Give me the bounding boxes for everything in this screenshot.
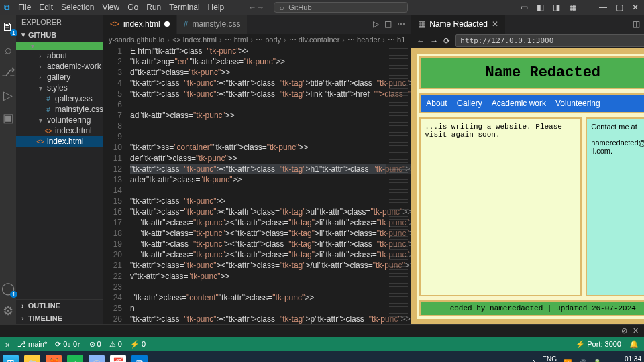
nav-back-icon[interactable]: ←: [248, 3, 256, 12]
tray-chevron-icon[interactable]: ˄: [532, 359, 535, 363]
extensions-icon[interactable]: ▣: [0, 110, 16, 126]
timeline-panel[interactable]: ›TIMELINE: [16, 312, 103, 324]
close-icon[interactable]: ✕: [492, 19, 498, 29]
debug-icon[interactable]: ▷: [0, 87, 16, 103]
tree-item[interactable]: ›academic-work: [16, 61, 103, 72]
remote-icon[interactable]: ⨉: [5, 340, 9, 349]
tree-item[interactable]: <>index.html: [16, 125, 103, 136]
account-icon[interactable]: ◯1: [0, 280, 16, 296]
editor-tab[interactable]: #mainstyle.css: [177, 15, 248, 34]
tree-item[interactable]: ›about: [16, 50, 103, 61]
tray-clock[interactable]: 01:3404/08/2024: [608, 355, 641, 362]
menu-terminal[interactable]: Terminal: [169, 3, 199, 12]
search-text: GitHub: [288, 3, 311, 11]
minimap[interactable]: [386, 46, 411, 324]
editor-tab[interactable]: <>index.html: [103, 15, 177, 34]
scm-icon[interactable]: ⎇: [0, 64, 16, 80]
breadcrumb[interactable]: y-sands.github.io›<> index.html›⋯ html›⋯…: [103, 34, 411, 46]
menubar: ⧉ File Edit Selection View Go Run Termin…: [0, 0, 644, 15]
menu-file[interactable]: File: [18, 3, 31, 12]
split-icon[interactable]: ◫: [384, 19, 392, 29]
tree-item[interactable]: ›gallery: [16, 72, 103, 82]
search-tab-icon[interactable]: ⌕: [0, 42, 16, 58]
ports[interactable]: ⚡ 0: [130, 340, 146, 349]
nav-about[interactable]: About: [426, 99, 447, 108]
rendered-page: Name Redacted About Gallery Academic wor…: [411, 48, 644, 324]
window-close-icon[interactable]: ✕: [631, 3, 640, 12]
menu-go[interactable]: Go: [127, 3, 138, 12]
layout-grid-icon[interactable]: ▦: [568, 3, 577, 12]
live-port[interactable]: ⚡ Port: 3000: [576, 340, 621, 349]
nav-academic[interactable]: Academic work: [492, 99, 546, 108]
panel-header: ⊘ ✕: [0, 324, 644, 337]
page-title: Name Redacted: [419, 56, 644, 89]
menu-selection[interactable]: Selection: [61, 3, 94, 12]
tb-vscode[interactable]: ⧉: [131, 355, 148, 362]
tb-app5[interactable]: ◷: [89, 355, 105, 362]
sidebar-folder[interactable]: ▾GITHUB: [16, 29, 103, 40]
outline-panel[interactable]: ›OUTLINE: [16, 299, 103, 312]
menu-view[interactable]: View: [102, 3, 119, 12]
code-editor[interactable]: 1234567891011121314151617181920212223242…: [103, 46, 411, 324]
page-nav: About Gallery Academic work Volunteering: [419, 93, 644, 113]
tray-lang[interactable]: ENGUK: [542, 355, 557, 362]
layout-editor-icon[interactable]: ▭: [519, 3, 529, 12]
split-icon[interactable]: ◫: [633, 19, 640, 29]
tray-volume-icon[interactable]: 🔊: [578, 359, 586, 363]
tb-explorer[interactable]: 🗀: [24, 355, 40, 362]
tb-firefox[interactable]: 🦊: [46, 355, 62, 362]
nav-gallery[interactable]: Gallery: [457, 99, 482, 108]
tray-battery-icon[interactable]: 🔋: [593, 359, 601, 363]
taskbar: ⊞ 🗀 🦊 ♪ ◷ 📅 ⧉ ˄ ENGUK 📶 🔊 🔋 01:3404/08/2…: [0, 351, 644, 362]
browser-reload-icon[interactable]: ⟳: [443, 36, 450, 46]
vscode-icon: ⧉: [4, 3, 10, 12]
tree-item[interactable]: <>index.html: [16, 136, 103, 147]
contact-email[interactable]: nameredacted@gmail.com.: [591, 139, 644, 155]
editor-area: <>index.html#mainstyle.css ▷◫⋯ y-sands.g…: [103, 15, 644, 324]
nav-fwd-icon[interactable]: →: [256, 3, 264, 12]
url-bar[interactable]: http://127.0.0.1:3000: [455, 34, 644, 47]
browser-fwd-icon[interactable]: →: [430, 36, 438, 46]
menu-edit[interactable]: Edit: [39, 3, 53, 12]
window-min-icon[interactable]: —: [598, 3, 608, 12]
menu-run[interactable]: Run: [146, 3, 161, 12]
sidebar: EXPLORER⋯ ▾GITHUB ▾›about›academic-work›…: [16, 15, 103, 324]
panel-clear-icon[interactable]: ⊘: [621, 326, 627, 335]
gear-icon[interactable]: ⚙: [0, 303, 16, 319]
errors[interactable]: ⊘ 0: [89, 340, 101, 349]
tree-item[interactable]: #gallery.css: [16, 93, 103, 104]
tree-item[interactable]: ▾volunteering: [16, 115, 103, 125]
status-bar: ⨉ ⎇ main* ⟳ 0↓ 0↑ ⊘ 0 ⚠ 0 ⚡ 0 ⚡ Port: 30…: [0, 337, 644, 351]
search-icon: ⌕: [280, 3, 284, 11]
preview-toolbar: ← → ⟳ http://127.0.0.1:3000 ⤢ ≡: [411, 34, 644, 48]
nav-volunteering[interactable]: Volunteering: [555, 99, 600, 108]
tree-item[interactable]: ▾: [16, 42, 103, 50]
window-controls: ▭ ◧ ◨ ▦ — ▢ ✕: [519, 3, 640, 12]
start-icon[interactable]: ⊞: [3, 355, 19, 362]
git-branch[interactable]: ⎇ main*: [17, 340, 47, 349]
run-icon[interactable]: ▷: [373, 19, 379, 29]
page-footer: coded by nameredacted | updated 26-07-20…: [419, 300, 644, 316]
bell-icon[interactable]: 🔔: [629, 340, 639, 349]
tray-wifi-icon[interactable]: 📶: [564, 359, 572, 363]
preview-tab[interactable]: ▦ Name Redacted ✕: [411, 15, 505, 34]
explorer-icon[interactable]: 🗎1: [0, 19, 16, 35]
sidebar-title: EXPLORER⋯: [16, 15, 103, 29]
browser-back-icon[interactable]: ←: [417, 36, 425, 46]
tb-app6[interactable]: 📅: [110, 355, 126, 362]
page-main: ...is writing a website. Please visit ag…: [419, 117, 582, 296]
menu-help[interactable]: Help: [208, 3, 225, 12]
window-max-icon[interactable]: ▢: [614, 3, 624, 12]
file-tree: ▾›about›academic-work›gallery▾styles#gal…: [16, 40, 103, 148]
tb-spotify[interactable]: ♪: [67, 355, 83, 362]
more-icon[interactable]: ⋯: [397, 19, 405, 29]
panel-close-icon[interactable]: ✕: [633, 326, 639, 335]
layout-panel-icon[interactable]: ◧: [535, 3, 545, 12]
command-center[interactable]: ⌕ GitHub: [274, 2, 408, 13]
warnings[interactable]: ⚠ 0: [109, 340, 122, 349]
tree-item[interactable]: #mainstyle.css: [16, 104, 103, 115]
tree-item[interactable]: ▾styles: [16, 82, 103, 93]
git-sync[interactable]: ⟳ 0↓ 0↑: [55, 340, 80, 349]
layout-sidebar-icon[interactable]: ◨: [551, 3, 561, 12]
more-icon[interactable]: ⋯: [91, 17, 98, 26]
